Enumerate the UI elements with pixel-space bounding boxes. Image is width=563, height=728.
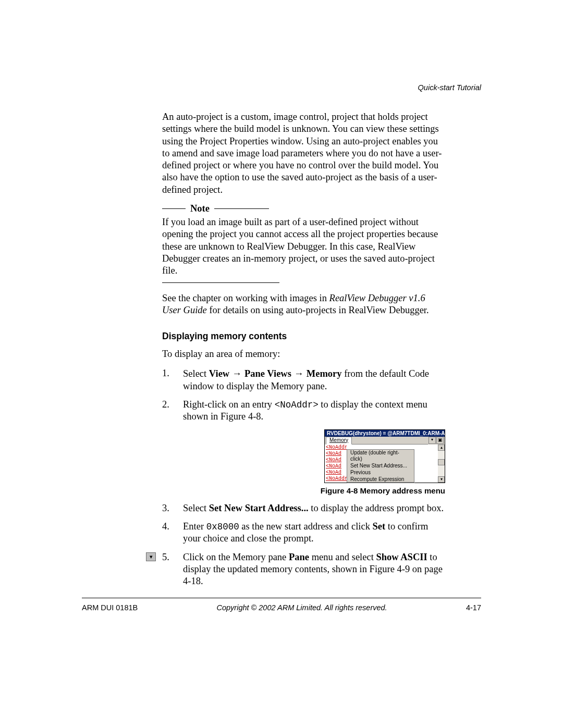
footer: ARM DUI 0181B Copyright © 2002 ARM Limit… bbox=[82, 603, 481, 612]
page-number: 4-17 bbox=[466, 603, 481, 612]
note-label: Note bbox=[190, 203, 210, 214]
addr-row[interactable]: <NoAd bbox=[325, 451, 347, 457]
step-text: Enter 0x8000 as the new start address an… bbox=[183, 521, 445, 545]
step-text: Right-click on an entry <NoAddr> to disp… bbox=[183, 399, 445, 423]
step-text: Click on the Memory pane Pane menu and s… bbox=[183, 551, 445, 588]
pane-menu-margin-icon: ▾ bbox=[146, 552, 156, 561]
note-end-rule bbox=[162, 282, 279, 283]
scroll-up-icon[interactable]: ▴ bbox=[438, 445, 445, 451]
scroll-track[interactable] bbox=[438, 451, 445, 476]
step-1: 1. Select View → Pane Views → Memory fro… bbox=[162, 367, 445, 392]
scroll-down-icon[interactable]: ▾ bbox=[438, 476, 445, 483]
text: for details on using auto-projects in Re… bbox=[207, 305, 429, 315]
tab-memory[interactable]: Memory bbox=[326, 437, 352, 445]
pane-client: <NoAddr> <NoAd <NoAd <NoAd <NoAd <NoAddr… bbox=[325, 445, 445, 483]
figure-caption: Figure 4-8 Memory address menu bbox=[162, 486, 445, 495]
scrollbar[interactable]: ▴ ▾ bbox=[438, 445, 445, 483]
note-rule-left bbox=[162, 208, 186, 209]
step-5: 5. Click on the Memory pane Pane menu an… bbox=[162, 551, 445, 588]
ordered-steps-cont: 3. Select Set New Start Address... to di… bbox=[162, 502, 445, 588]
addr-row[interactable]: <NoAd bbox=[325, 463, 347, 470]
addr-row[interactable]: <NoAddr> bbox=[325, 445, 347, 451]
pane-dropdown-icon[interactable]: ▾ bbox=[429, 437, 436, 444]
step-number: 1. bbox=[162, 367, 183, 392]
section-heading: Displaying memory contents bbox=[162, 331, 445, 342]
step-4: 4. Enter 0x8000 as the new start address… bbox=[162, 521, 445, 545]
addr-row[interactable]: <NoAddr> bbox=[325, 476, 347, 482]
menu-item-update[interactable]: Update (double right-click) bbox=[347, 450, 414, 463]
paragraph-autoproject: An auto-project is a custom, image contr… bbox=[162, 111, 445, 196]
menu-item-set-new-start-address[interactable]: Set New Start Address... bbox=[347, 463, 414, 470]
note-rule-right bbox=[214, 208, 269, 209]
step-number: 3. bbox=[162, 502, 183, 514]
addr-row[interactable]: <NoAd bbox=[325, 457, 347, 463]
step-2: 2. Right-click on an entry <NoAddr> to d… bbox=[162, 399, 445, 423]
tab-filler bbox=[352, 437, 428, 445]
pane-close-icon[interactable]: ▣ bbox=[436, 437, 444, 444]
addr-row[interactable]: <NoAd bbox=[325, 470, 347, 476]
paragraph-seealso: See the chapter on working with images i… bbox=[162, 292, 445, 317]
copyright: Copyright © 2002 ARM Limited. All rights… bbox=[138, 603, 466, 612]
step-text: Select View → Pane Views → Memory from t… bbox=[183, 367, 445, 392]
menu-item-previous[interactable]: Previous bbox=[347, 470, 414, 476]
text: See the chapter on working with images i… bbox=[162, 293, 329, 303]
doc-id: ARM DUI 0181B bbox=[82, 603, 138, 612]
ordered-steps: 1. Select View → Pane Views → Memory fro… bbox=[162, 367, 445, 423]
figure-4-8: RVDEBUG(dhrystone) = @ARM7TDMI_0:ARM-A-…… bbox=[324, 429, 445, 483]
note-body: If you load an image built as part of a … bbox=[162, 216, 445, 277]
tab-strip: Memory ▾ ▣ bbox=[325, 437, 445, 445]
pane-fill: ▴ ▾ bbox=[414, 445, 445, 483]
running-header: Quick-start Tutorial bbox=[418, 83, 481, 92]
step-3: 3. Select Set New Start Address... to di… bbox=[162, 502, 445, 514]
section-lead: To display an area of memory: bbox=[162, 348, 445, 360]
address-column: <NoAddr> <NoAd <NoAd <NoAd <NoAd <NoAddr… bbox=[325, 445, 347, 483]
step-number: 4. bbox=[162, 521, 183, 545]
menu-item-recompute-expression[interactable]: Recompute Expression bbox=[347, 476, 414, 483]
step-number: 5. bbox=[162, 551, 183, 588]
step-number: 2. bbox=[162, 399, 183, 423]
scroll-thumb[interactable] bbox=[438, 459, 445, 465]
context-menu: Update (double right-click) Set New Star… bbox=[347, 449, 414, 483]
footer-rule bbox=[82, 598, 481, 598]
body-column: An auto-project is a custom, image contr… bbox=[162, 111, 445, 594]
window-titlebar: RVDEBUG(dhrystone) = @ARM7TDMI_0:ARM-A-… bbox=[325, 430, 445, 437]
note-heading-row: Note bbox=[162, 203, 445, 214]
page: Quick-start Tutorial An auto-project is … bbox=[0, 0, 563, 728]
step-text: Select Set New Start Address... to displ… bbox=[183, 502, 445, 514]
